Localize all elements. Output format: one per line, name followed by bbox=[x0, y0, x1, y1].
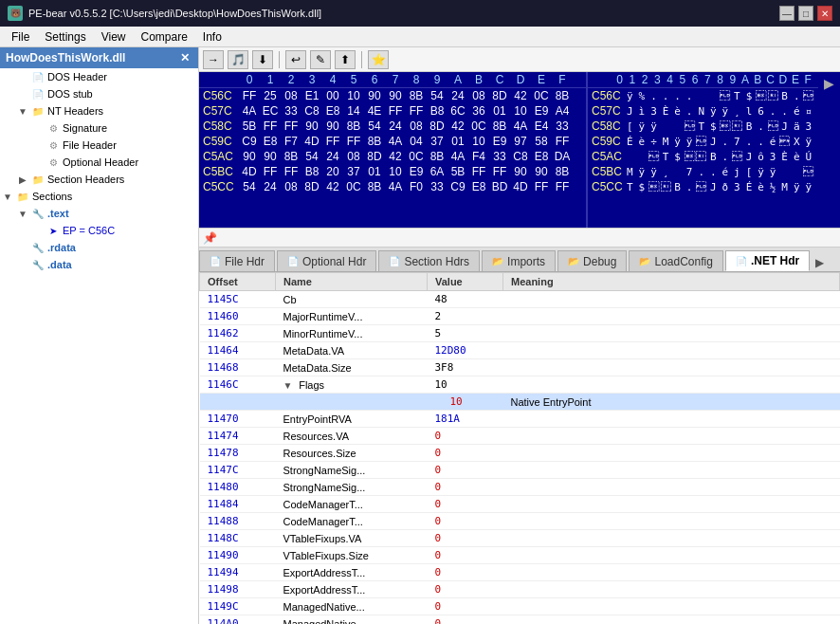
table-row[interactable]: 11462MinorRuntimeV...5 bbox=[200, 325, 840, 342]
minimize-button[interactable]: — bbox=[779, 6, 794, 21]
menu-view[interactable]: View bbox=[94, 28, 134, 46]
ascii-row[interactable]: C56Cÿ%.... T$B. bbox=[588, 88, 818, 103]
hex-scroll-right[interactable]: ▶ bbox=[818, 74, 840, 93]
hex-byte-cell[interactable]: 01 bbox=[447, 135, 468, 148]
hex-byte-cell[interactable]: 33 bbox=[489, 150, 510, 163]
hex-byte-cell[interactable]: 54 bbox=[364, 119, 385, 133]
hex-byte-cell[interactable]: FF bbox=[322, 135, 343, 148]
hex-byte-cell[interactable]: 8B bbox=[406, 89, 427, 102]
hex-byte-cell[interactable]: FF bbox=[281, 165, 301, 178]
tree-item-data-section[interactable]: 🔧 .data bbox=[0, 256, 198, 273]
hex-byte-cell[interactable]: 00 bbox=[322, 89, 343, 102]
hex-row[interactable]: C5CC5424088D420C8B4AF033C9E8BD4DFFFF bbox=[199, 179, 586, 194]
hex-byte-cell[interactable]: 04 bbox=[406, 135, 427, 148]
hex-byte-cell[interactable]: 24 bbox=[260, 180, 281, 193]
hex-byte-cell[interactable]: 01 bbox=[489, 104, 510, 118]
hex-byte-cell[interactable]: FF bbox=[260, 165, 281, 178]
tree-item-file-header[interactable]: ⚙ File Header bbox=[0, 137, 198, 154]
hex-byte-cell[interactable]: 08 bbox=[468, 89, 489, 102]
hex-byte-cell[interactable]: 08 bbox=[281, 89, 301, 102]
hex-byte-cell[interactable]: FF bbox=[260, 119, 281, 133]
tree-item-section-headers[interactable]: ▶ 📁 Section Headers bbox=[0, 171, 198, 188]
tree-item-rdata-section[interactable]: 🔧 .rdata bbox=[0, 239, 198, 256]
ascii-row[interactable]: C57CJì3Èè.Nÿÿ¸l6..é¤ bbox=[588, 103, 818, 119]
panel-close-button[interactable]: ✕ bbox=[177, 50, 192, 65]
hex-byte-cell[interactable]: 10 bbox=[343, 89, 364, 102]
hex-byte-cell[interactable]: 8B bbox=[552, 89, 573, 102]
hex-byte-cell[interactable]: C8 bbox=[510, 150, 531, 163]
hex-byte-cell[interactable]: FF bbox=[552, 180, 573, 193]
hex-byte-cell[interactable]: 54 bbox=[427, 89, 447, 102]
hex-byte-cell[interactable]: FF bbox=[531, 180, 552, 193]
tree-item-dos-header[interactable]: 📄 DOS Header bbox=[0, 68, 198, 85]
hex-byte-cell[interactable]: 24 bbox=[322, 150, 343, 163]
hex-byte-cell[interactable]: 0C bbox=[531, 89, 552, 102]
table-row[interactable]: 11478Resources.Size0 bbox=[200, 445, 840, 462]
tree-item-ep[interactable]: ➤ EP = C56C bbox=[0, 222, 198, 239]
hex-byte-cell[interactable]: 4D bbox=[239, 165, 260, 178]
hex-byte-cell[interactable]: F7 bbox=[281, 135, 301, 148]
hex-byte-cell[interactable]: 6A bbox=[427, 165, 447, 178]
hex-byte-cell[interactable]: FF bbox=[281, 119, 301, 133]
hex-byte-cell[interactable]: 8D bbox=[301, 180, 322, 193]
hex-byte-cell[interactable]: 33 bbox=[281, 104, 301, 118]
hex-byte-cell[interactable]: 8B bbox=[364, 180, 385, 193]
hex-byte-cell[interactable]: EC bbox=[260, 104, 281, 118]
hex-byte-cell[interactable]: C8 bbox=[301, 104, 322, 118]
hex-byte-cell[interactable]: 42 bbox=[385, 150, 406, 163]
table-row[interactable]: 11490VTableFixups.Size0 bbox=[200, 547, 840, 564]
toolbar-forward-button[interactable]: → bbox=[203, 50, 224, 69]
hex-byte-cell[interactable]: 24 bbox=[447, 89, 468, 102]
hex-byte-cell[interactable]: 4A bbox=[239, 104, 260, 118]
hex-byte-cell[interactable]: 8D bbox=[489, 89, 510, 102]
hex-byte-cell[interactable]: 5B bbox=[447, 165, 468, 178]
hex-byte-cell[interactable]: E8 bbox=[468, 180, 489, 193]
hex-byte-cell[interactable]: 90 bbox=[301, 119, 322, 133]
hex-byte-cell[interactable]: 90 bbox=[239, 150, 260, 163]
hex-byte-cell[interactable]: 4A bbox=[447, 150, 468, 163]
table-row[interactable]: 11488CodeManagerT...0 bbox=[200, 513, 840, 530]
hex-byte-cell[interactable]: C9 bbox=[447, 180, 468, 193]
table-row[interactable]: 11460MajorRuntimeV...2 bbox=[200, 308, 840, 325]
pin-icon[interactable]: 📌 bbox=[203, 231, 217, 245]
ascii-row[interactable]: C59CÉè÷MÿÿJ.7..éXÿ bbox=[588, 134, 818, 149]
hex-byte-cell[interactable]: 8B bbox=[281, 150, 301, 163]
hex-byte-cell[interactable]: 37 bbox=[343, 165, 364, 178]
hex-byte-cell[interactable]: E9 bbox=[489, 135, 510, 148]
table-row[interactable]: 11470EntryPointRVA181A bbox=[200, 411, 840, 428]
hex-byte-cell[interactable]: FF bbox=[489, 165, 510, 178]
maximize-button[interactable]: □ bbox=[798, 6, 813, 21]
hex-byte-cell[interactable]: 97 bbox=[510, 135, 531, 148]
window-controls[interactable]: — □ ✕ bbox=[779, 6, 832, 21]
table-row[interactable]: 10Native EntryPoint bbox=[200, 394, 840, 411]
table-row[interactable]: 11464MetaData.VA12D80 bbox=[200, 342, 840, 359]
toolbar-music-button[interactable]: 🎵 bbox=[228, 50, 248, 69]
sections-expand-icon[interactable]: ▼ bbox=[0, 192, 15, 202]
hex-byte-cell[interactable]: 42 bbox=[322, 180, 343, 193]
ascii-row[interactable]: C5CCT$B.Jð3Éè½Mÿÿ bbox=[588, 179, 818, 194]
hex-byte-cell[interactable]: 8D bbox=[427, 119, 447, 133]
hex-byte-cell[interactable]: DA bbox=[552, 150, 573, 163]
table-row[interactable]: 11498ExportAddressT...0 bbox=[200, 581, 840, 598]
hex-byte-cell[interactable]: 58 bbox=[531, 135, 552, 148]
hex-byte-cell[interactable]: 90 bbox=[385, 89, 406, 102]
hex-byte-cell[interactable]: 4A bbox=[385, 135, 406, 148]
hex-byte-cell[interactable]: 25 bbox=[260, 89, 281, 102]
hex-row[interactable]: C57C4AEC33C8E8144EFFFFB86C360110E9A4 bbox=[199, 103, 586, 119]
tree-item-sections[interactable]: ▼ 📁 Sections bbox=[0, 188, 198, 205]
hex-byte-cell[interactable]: FF bbox=[552, 135, 573, 148]
menu-info[interactable]: Info bbox=[195, 28, 229, 46]
hex-byte-cell[interactable]: 8B bbox=[364, 135, 385, 148]
hex-byte-cell[interactable]: E4 bbox=[531, 119, 552, 133]
hex-byte-cell[interactable]: 14 bbox=[343, 104, 364, 118]
hex-byte-cell[interactable]: 8B bbox=[552, 165, 573, 178]
nt-headers-expand-icon[interactable]: ▼ bbox=[15, 106, 30, 117]
section-headers-expand-icon[interactable]: ▶ bbox=[15, 174, 30, 185]
hex-byte-cell[interactable]: FF bbox=[468, 165, 489, 178]
table-row[interactable]: 11494ExportAddressT...0 bbox=[200, 564, 840, 581]
ascii-row[interactable]: C5BCMÿÿ¸ 7..éj[ÿÿ  bbox=[588, 164, 818, 179]
ascii-row[interactable]: C58C[ÿÿ T$B.Jä3 bbox=[588, 119, 818, 134]
table-row[interactable]: 11484CodeManagerT...0 bbox=[200, 496, 840, 513]
hex-byte-cell[interactable]: FF bbox=[406, 104, 427, 118]
table-row[interactable]: 11468MetaData.Size3F8 bbox=[200, 359, 840, 376]
